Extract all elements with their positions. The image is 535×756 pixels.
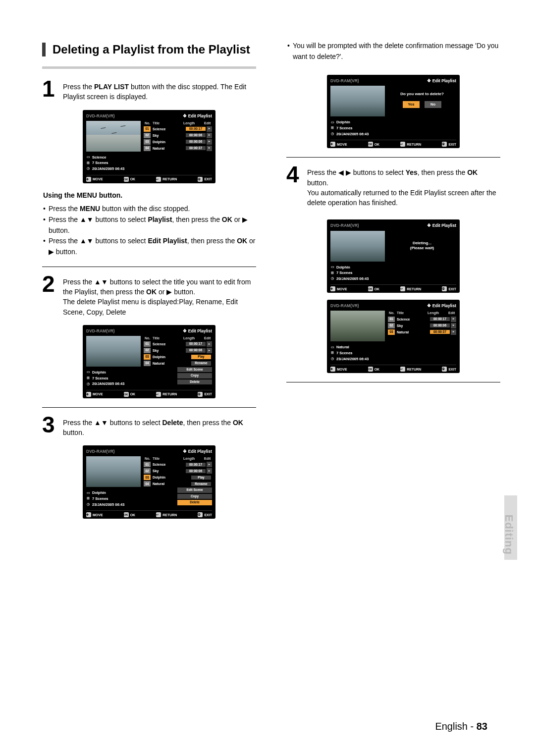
osd-screenshot-1: DVD-RAM(VR) ❖ Edit Playlist ▭Science ⊞7 … [83, 110, 215, 183]
step-number: 4 [286, 165, 302, 184]
body-separator [286, 382, 500, 382]
footer-language: English - [435, 721, 476, 732]
body-separator [42, 267, 256, 267]
confirm-question: Do you want to delete? [390, 92, 454, 97]
meta-title: Science [92, 155, 106, 161]
osd-mode-label: Edit Playlist [188, 113, 212, 118]
step-1: 1 Press the PLAY LIST button with the di… [42, 80, 256, 102]
step-4: 4 Press the ◀ ▶ buttons to select Yes, t… [286, 165, 500, 208]
meta-scenes: 7 Scenes [92, 160, 108, 166]
page-footer: English - 83 [435, 721, 487, 732]
section-title: Deleting a Playlist from the Playlist [42, 43, 256, 56]
osd-screenshot-3: DVD-RAM(VR) ❖ Edit Playlist ▭Dolphin ⊞7 … [83, 445, 215, 519]
step-number: 1 [42, 80, 58, 98]
body-separator [286, 157, 500, 158]
section-separator [42, 66, 256, 69]
osd-screenshot-2: DVD-RAM(VR) ❖ Edit Playlist ▭Dolphin ⊞7 … [83, 325, 215, 398]
step-number: 2 [42, 275, 58, 293]
meta-date: 20/JAN/2005 06:43 [92, 166, 124, 172]
osd-screenshot-4: DVD-RAM(VR) ❖ Edit Playlist ▭Dolphin ⊞7 … [327, 75, 460, 148]
osd-screenshot-6: DVD-RAM(VR) ❖ Edit Playlist ▭Natural ⊞7 … [327, 300, 460, 373]
thumbnail-image [330, 231, 385, 262]
bold-text: PLAY LIST [94, 83, 129, 91]
thumbnail-image [86, 336, 141, 367]
step-number: 3 [42, 416, 58, 434]
thumbnail-image [330, 86, 385, 116]
thumbnail-image [330, 311, 385, 341]
using-menu-block: Using the MENU button. •Press the MENU b… [43, 190, 256, 258]
continue-text: You will be prompted with the delete con… [293, 41, 500, 62]
subheading: Using the MENU button. [43, 190, 256, 201]
right-column: •You will be prompted with the delete co… [286, 40, 500, 523]
footer-page-number: 83 [477, 721, 487, 732]
no-button[interactable]: No [425, 101, 441, 108]
step-3: 3 Press the ▲▼ buttons to select Delete,… [42, 416, 256, 438]
left-column: Deleting a Playlist from the Playlist 1 … [42, 40, 256, 523]
text: Press the [63, 83, 94, 91]
thumbnail-image [86, 456, 141, 487]
deleting-line-2: (Please wait) [390, 246, 454, 251]
yes-button[interactable]: Yes [403, 101, 420, 108]
deleting-line-1: Deleting... [390, 241, 454, 246]
osd-screenshot-5: DVD-RAM(VR) ❖ Edit Playlist ▭Dolphin ⊞7 … [327, 219, 460, 293]
section-side-label: Editing [502, 514, 515, 555]
thumbnail-image [86, 121, 141, 152]
osd-disc-label: DVD-RAM(VR) [86, 113, 115, 119]
step-2: 2 Press the ▲▼ buttons to select the tit… [42, 275, 256, 317]
body-separator [42, 407, 256, 408]
